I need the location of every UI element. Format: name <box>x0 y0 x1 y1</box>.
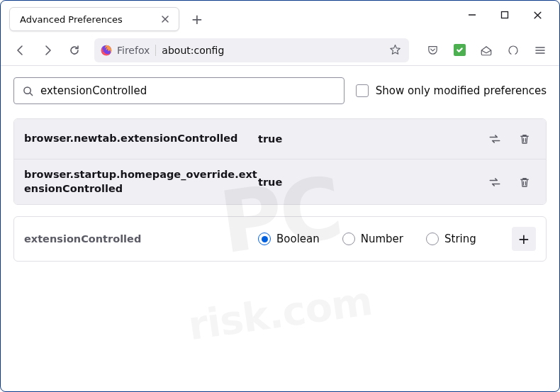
add-pref-row: extensionControlled Boolean Number Strin… <box>13 216 547 262</box>
address-input[interactable] <box>162 45 386 56</box>
close-window-icon[interactable] <box>531 9 544 21</box>
minimize-icon[interactable] <box>466 9 478 21</box>
back-button[interactable] <box>9 39 32 62</box>
pref-value: true <box>258 177 483 188</box>
browser-tab[interactable]: Advanced Preferences <box>9 7 179 31</box>
toggle-icon <box>488 132 502 146</box>
radio-label: Boolean <box>276 233 320 245</box>
shield-icon[interactable] <box>503 40 524 61</box>
type-radio-number[interactable]: Number <box>342 233 403 245</box>
trash-icon <box>518 133 531 145</box>
show-modified-checkbox-row[interactable]: Show only modified preferences <box>356 84 547 97</box>
extension-icon[interactable] <box>449 40 470 61</box>
search-icon <box>23 86 33 96</box>
pocket-icon[interactable] <box>422 40 443 61</box>
firefox-icon <box>100 44 113 57</box>
type-radio-group: Boolean Number String <box>258 233 512 245</box>
close-tab-icon[interactable] <box>159 13 172 26</box>
identity-label: Firefox <box>117 45 156 56</box>
menu-icon[interactable] <box>530 40 551 61</box>
toggle-icon <box>488 175 502 189</box>
maximize-icon[interactable] <box>498 9 511 21</box>
navigation-toolbar: Firefox <box>1 35 559 66</box>
radio-icon <box>258 233 271 245</box>
bookmark-star-icon[interactable] <box>386 42 403 59</box>
toolbar-icons <box>418 40 551 61</box>
radio-label: Number <box>361 233 403 245</box>
forward-button[interactable] <box>36 39 59 62</box>
inbox-icon[interactable] <box>476 40 497 61</box>
delete-button[interactable] <box>513 128 536 150</box>
pref-row: browser.startup.homepage_override.extens… <box>14 159 546 204</box>
title-bar: Advanced Preferences + <box>1 1 559 35</box>
pref-name: browser.newtab.extensionControlled <box>24 132 258 146</box>
trash-icon <box>518 176 531 189</box>
delete-button[interactable] <box>513 171 536 194</box>
radio-icon <box>426 233 439 245</box>
watermark-subtext: risk.com <box>185 277 374 349</box>
window-controls <box>456 1 554 29</box>
about-config-content: Show only modified preferences browser.n… <box>1 66 559 273</box>
add-pref-button[interactable]: + <box>512 227 536 251</box>
radio-icon <box>342 233 355 245</box>
pref-results: browser.newtab.extensionControlled true … <box>13 118 547 205</box>
tab-title: Advanced Preferences <box>20 14 159 25</box>
svg-rect-0 <box>502 12 508 18</box>
toggle-button[interactable] <box>483 128 506 150</box>
reload-button[interactable] <box>63 39 86 62</box>
radio-label: String <box>444 233 476 245</box>
pref-row: browser.newtab.extensionControlled true <box>14 119 546 159</box>
type-radio-boolean[interactable]: Boolean <box>258 233 320 245</box>
show-modified-checkbox[interactable] <box>356 84 369 97</box>
pref-search-box[interactable] <box>13 77 345 104</box>
pref-search-input[interactable] <box>40 84 335 97</box>
toggle-button[interactable] <box>483 171 506 194</box>
show-modified-label: Show only modified preferences <box>376 84 547 97</box>
type-radio-string[interactable]: String <box>426 233 476 245</box>
pref-name: browser.startup.homepage_override.extens… <box>24 168 258 196</box>
pref-value: true <box>258 133 483 145</box>
plus-icon: + <box>518 230 530 247</box>
new-tab-button[interactable]: + <box>186 9 208 30</box>
add-pref-name: extensionControlled <box>24 233 258 245</box>
search-row: Show only modified preferences <box>13 77 547 104</box>
url-bar[interactable]: Firefox <box>94 38 409 62</box>
